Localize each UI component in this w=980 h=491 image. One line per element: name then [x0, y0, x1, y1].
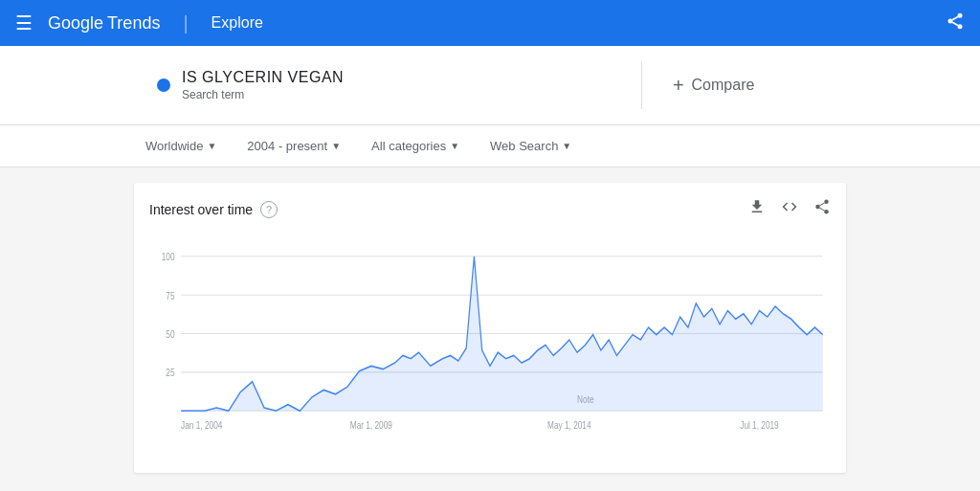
svg-point-0 [958, 12, 963, 17]
search-area: IS GLYCERIN VEGAN Search term + Compare [0, 46, 980, 125]
search-dot-indicator [157, 78, 170, 92]
svg-text:75: 75 [166, 289, 174, 301]
chart-title-area: Interest over time ? [149, 201, 278, 218]
search-type-arrow-icon: ▼ [562, 141, 571, 151]
svg-line-9 [819, 203, 824, 206]
compare-plus-icon: + [673, 75, 684, 97]
chart-card: Interest over time ? [134, 183, 846, 473]
app-header: ☰ Google Trends | Explore [0, 0, 980, 46]
main-content: Interest over time ? [0, 167, 980, 488]
svg-point-1 [948, 18, 953, 23]
svg-text:Note: Note [577, 392, 593, 404]
svg-text:May 1, 2014: May 1, 2014 [547, 419, 591, 431]
svg-text:25: 25 [166, 367, 174, 378]
compare-button[interactable]: + Compare [642, 67, 980, 104]
header-divider: | [183, 12, 188, 34]
chart-header: Interest over time ? [134, 198, 846, 235]
search-type-dropdown[interactable]: Web Search ▼ [479, 133, 583, 159]
svg-point-7 [824, 210, 829, 214]
embed-icon[interactable] [781, 198, 798, 220]
svg-text:50: 50 [166, 328, 174, 340]
categories-dropdown[interactable]: All categories ▼ [360, 133, 471, 159]
header-explore-label: Explore [212, 14, 263, 32]
help-icon[interactable]: ? [260, 201, 278, 218]
svg-text:Mar 1, 2009: Mar 1, 2009 [350, 419, 392, 431]
logo: Google Trends [48, 13, 160, 33]
chart-title: Interest over time [149, 202, 253, 217]
compare-label: Compare [692, 77, 755, 94]
date-range-arrow-icon: ▼ [331, 141, 341, 151]
header-left: ☰ Google Trends | Explore [15, 11, 263, 34]
svg-text:Jan 1, 2004: Jan 1, 2004 [181, 419, 223, 431]
svg-text:100: 100 [162, 251, 175, 262]
chart-container: 100 75 50 25 Jan 1, 2004 Mar 1, 2009 May… [134, 235, 846, 465]
svg-point-2 [958, 24, 963, 29]
search-term-type: Search term [182, 88, 344, 101]
filter-bar: Worldwide ▼ 2004 - present ▼ All categor… [0, 125, 980, 167]
svg-text:Jul 1, 2019: Jul 1, 2019 [740, 419, 778, 431]
worldwide-arrow-icon: ▼ [207, 141, 216, 151]
categories-arrow-icon: ▼ [450, 141, 459, 151]
svg-point-6 [815, 205, 820, 210]
share-chart-icon[interactable] [813, 198, 831, 220]
logo-google: Google [48, 13, 103, 33]
search-term-info: IS GLYCERIN VEGAN Search term [182, 69, 344, 101]
search-term-text: IS GLYCERIN VEGAN [182, 69, 344, 86]
worldwide-dropdown[interactable]: Worldwide ▼ [134, 133, 228, 159]
share-icon[interactable] [946, 15, 965, 34]
search-term-container: IS GLYCERIN VEGAN Search term [134, 61, 642, 109]
search-type-label: Web Search [490, 139, 558, 153]
chart-actions [748, 198, 831, 220]
header-actions [946, 11, 965, 35]
download-icon[interactable] [748, 198, 766, 220]
svg-line-4 [952, 16, 958, 19]
categories-label: All categories [371, 139, 446, 153]
svg-point-5 [824, 200, 829, 205]
logo-trends: Trends [107, 13, 160, 33]
svg-line-3 [952, 22, 958, 25]
menu-icon[interactable]: ☰ [15, 11, 33, 34]
svg-line-8 [819, 208, 824, 211]
date-range-dropdown[interactable]: 2004 - present ▼ [235, 133, 352, 159]
date-range-label: 2004 - present [247, 139, 327, 153]
chart-svg: 100 75 50 25 Jan 1, 2004 Mar 1, 2009 May… [149, 235, 831, 465]
worldwide-label: Worldwide [145, 139, 203, 153]
